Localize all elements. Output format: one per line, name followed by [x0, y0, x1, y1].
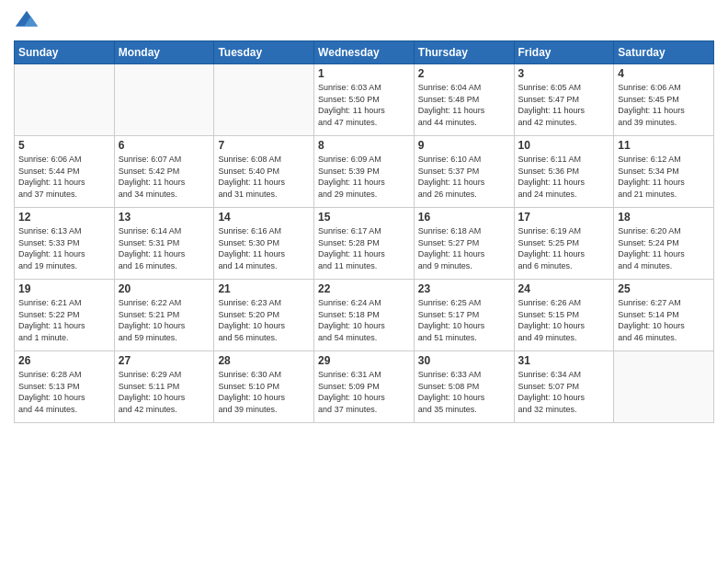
- calendar-cell: 29Sunrise: 6:31 AM Sunset: 5:09 PM Dayli…: [314, 351, 415, 423]
- day-info: Sunrise: 6:16 AM Sunset: 5:30 PM Dayligh…: [218, 225, 310, 271]
- calendar-cell: 22Sunrise: 6:24 AM Sunset: 5:18 PM Dayli…: [314, 280, 415, 351]
- day-info: Sunrise: 6:14 AM Sunset: 5:31 PM Dayligh…: [119, 225, 210, 271]
- day-info: Sunrise: 6:04 AM Sunset: 5:48 PM Dayligh…: [418, 82, 510, 128]
- calendar-header-saturday: Saturday: [614, 41, 714, 64]
- calendar-cell: 31Sunrise: 6:34 AM Sunset: 5:07 PM Dayli…: [514, 351, 614, 423]
- week-row-1: 1Sunrise: 6:03 AM Sunset: 5:50 PM Daylig…: [15, 64, 714, 136]
- calendar-cell: 9Sunrise: 6:10 AM Sunset: 5:37 PM Daylig…: [414, 136, 514, 208]
- calendar-cell: 21Sunrise: 6:23 AM Sunset: 5:20 PM Dayli…: [214, 280, 314, 351]
- logo: [14, 9, 43, 35]
- day-number: 19: [18, 282, 110, 295]
- day-info: Sunrise: 6:06 AM Sunset: 5:45 PM Dayligh…: [618, 82, 710, 128]
- calendar-cell: 23Sunrise: 6:25 AM Sunset: 5:17 PM Dayli…: [414, 280, 514, 351]
- day-number: 12: [18, 211, 110, 224]
- day-info: Sunrise: 6:24 AM Sunset: 5:18 PM Dayligh…: [318, 297, 410, 343]
- calendar-cell: [214, 64, 314, 136]
- calendar-cell: 14Sunrise: 6:16 AM Sunset: 5:30 PM Dayli…: [214, 208, 314, 280]
- calendar-cell: 1Sunrise: 6:03 AM Sunset: 5:50 PM Daylig…: [314, 64, 415, 136]
- calendar-header-friday: Friday: [514, 41, 614, 64]
- calendar-cell: 6Sunrise: 6:07 AM Sunset: 5:42 PM Daylig…: [114, 136, 214, 208]
- page-container: SundayMondayTuesdayWednesdayThursdayFrid…: [0, 0, 728, 563]
- day-number: 17: [518, 211, 610, 224]
- calendar-cell: [614, 351, 714, 423]
- day-info: Sunrise: 6:22 AM Sunset: 5:21 PM Dayligh…: [119, 297, 210, 343]
- day-info: Sunrise: 6:23 AM Sunset: 5:20 PM Dayligh…: [218, 297, 310, 343]
- calendar-cell: [15, 64, 115, 136]
- day-number: 18: [618, 211, 710, 224]
- day-number: 1: [318, 67, 410, 80]
- day-number: 10: [518, 139, 610, 152]
- calendar-cell: 18Sunrise: 6:20 AM Sunset: 5:24 PM Dayli…: [614, 208, 714, 280]
- day-number: 13: [119, 211, 210, 224]
- day-number: 26: [18, 354, 110, 367]
- day-info: Sunrise: 6:08 AM Sunset: 5:40 PM Dayligh…: [218, 154, 310, 200]
- calendar-cell: 19Sunrise: 6:21 AM Sunset: 5:22 PM Dayli…: [15, 280, 115, 351]
- calendar-cell: 7Sunrise: 6:08 AM Sunset: 5:40 PM Daylig…: [214, 136, 314, 208]
- day-info: Sunrise: 6:34 AM Sunset: 5:07 PM Dayligh…: [518, 369, 610, 415]
- day-number: 4: [618, 67, 710, 80]
- calendar-cell: 30Sunrise: 6:33 AM Sunset: 5:08 PM Dayli…: [414, 351, 514, 423]
- day-info: Sunrise: 6:29 AM Sunset: 5:11 PM Dayligh…: [119, 369, 210, 415]
- day-info: Sunrise: 6:33 AM Sunset: 5:08 PM Dayligh…: [418, 369, 510, 415]
- calendar-header-row: SundayMondayTuesdayWednesdayThursdayFrid…: [15, 41, 714, 64]
- day-info: Sunrise: 6:18 AM Sunset: 5:27 PM Dayligh…: [418, 225, 510, 271]
- day-number: 20: [119, 282, 210, 295]
- day-number: 3: [518, 67, 610, 80]
- day-number: 22: [318, 282, 410, 295]
- day-info: Sunrise: 6:30 AM Sunset: 5:10 PM Dayligh…: [218, 369, 310, 415]
- calendar-cell: 4Sunrise: 6:06 AM Sunset: 5:45 PM Daylig…: [614, 64, 714, 136]
- day-number: 2: [418, 67, 510, 80]
- day-number: 14: [218, 211, 310, 224]
- day-info: Sunrise: 6:06 AM Sunset: 5:44 PM Dayligh…: [18, 154, 110, 200]
- day-info: Sunrise: 6:28 AM Sunset: 5:13 PM Dayligh…: [18, 369, 110, 415]
- day-number: 7: [218, 139, 310, 152]
- calendar-header-wednesday: Wednesday: [314, 41, 415, 64]
- day-number: 16: [418, 211, 510, 224]
- calendar-header-tuesday: Tuesday: [214, 41, 314, 64]
- calendar-cell: 12Sunrise: 6:13 AM Sunset: 5:33 PM Dayli…: [15, 208, 115, 280]
- calendar-cell: 27Sunrise: 6:29 AM Sunset: 5:11 PM Dayli…: [114, 351, 214, 423]
- day-number: 29: [318, 354, 410, 367]
- day-info: Sunrise: 6:12 AM Sunset: 5:34 PM Dayligh…: [618, 154, 710, 200]
- day-number: 9: [418, 139, 510, 152]
- calendar-cell: 15Sunrise: 6:17 AM Sunset: 5:28 PM Dayli…: [314, 208, 415, 280]
- week-row-5: 26Sunrise: 6:28 AM Sunset: 5:13 PM Dayli…: [15, 351, 714, 423]
- day-number: 21: [218, 282, 310, 295]
- day-number: 28: [218, 354, 310, 367]
- calendar-header-sunday: Sunday: [15, 41, 115, 64]
- day-number: 5: [18, 139, 110, 152]
- day-info: Sunrise: 6:13 AM Sunset: 5:33 PM Dayligh…: [18, 225, 110, 271]
- day-number: 31: [518, 354, 610, 367]
- calendar-cell: 17Sunrise: 6:19 AM Sunset: 5:25 PM Dayli…: [514, 208, 614, 280]
- calendar-cell: 24Sunrise: 6:26 AM Sunset: 5:15 PM Dayli…: [514, 280, 614, 351]
- calendar-cell: 25Sunrise: 6:27 AM Sunset: 5:14 PM Dayli…: [614, 280, 714, 351]
- calendar-header-monday: Monday: [114, 41, 214, 64]
- calendar-cell: 28Sunrise: 6:30 AM Sunset: 5:10 PM Dayli…: [214, 351, 314, 423]
- calendar-cell: 10Sunrise: 6:11 AM Sunset: 5:36 PM Dayli…: [514, 136, 614, 208]
- day-number: 15: [318, 211, 410, 224]
- calendar-cell: 13Sunrise: 6:14 AM Sunset: 5:31 PM Dayli…: [114, 208, 214, 280]
- calendar-cell: 5Sunrise: 6:06 AM Sunset: 5:44 PM Daylig…: [15, 136, 115, 208]
- calendar-cell: 16Sunrise: 6:18 AM Sunset: 5:27 PM Dayli…: [414, 208, 514, 280]
- day-number: 23: [418, 282, 510, 295]
- calendar-cell: 3Sunrise: 6:05 AM Sunset: 5:47 PM Daylig…: [514, 64, 614, 136]
- day-info: Sunrise: 6:11 AM Sunset: 5:36 PM Dayligh…: [518, 154, 610, 200]
- day-number: 24: [518, 282, 610, 295]
- logo-icon: [14, 9, 40, 35]
- day-info: Sunrise: 6:05 AM Sunset: 5:47 PM Dayligh…: [518, 82, 610, 128]
- calendar-cell: 11Sunrise: 6:12 AM Sunset: 5:34 PM Dayli…: [614, 136, 714, 208]
- day-number: 11: [618, 139, 710, 152]
- day-number: 30: [418, 354, 510, 367]
- calendar-cell: 2Sunrise: 6:04 AM Sunset: 5:48 PM Daylig…: [414, 64, 514, 136]
- calendar-cell: 20Sunrise: 6:22 AM Sunset: 5:21 PM Dayli…: [114, 280, 214, 351]
- day-info: Sunrise: 6:27 AM Sunset: 5:14 PM Dayligh…: [618, 297, 710, 343]
- day-info: Sunrise: 6:20 AM Sunset: 5:24 PM Dayligh…: [618, 225, 710, 271]
- week-row-3: 12Sunrise: 6:13 AM Sunset: 5:33 PM Dayli…: [15, 208, 714, 280]
- day-info: Sunrise: 6:09 AM Sunset: 5:39 PM Dayligh…: [318, 154, 410, 200]
- day-info: Sunrise: 6:19 AM Sunset: 5:25 PM Dayligh…: [518, 225, 610, 271]
- calendar-cell: 8Sunrise: 6:09 AM Sunset: 5:39 PM Daylig…: [314, 136, 415, 208]
- calendar-cell: [114, 64, 214, 136]
- day-info: Sunrise: 6:25 AM Sunset: 5:17 PM Dayligh…: [418, 297, 510, 343]
- day-info: Sunrise: 6:31 AM Sunset: 5:09 PM Dayligh…: [318, 369, 410, 415]
- day-number: 8: [318, 139, 410, 152]
